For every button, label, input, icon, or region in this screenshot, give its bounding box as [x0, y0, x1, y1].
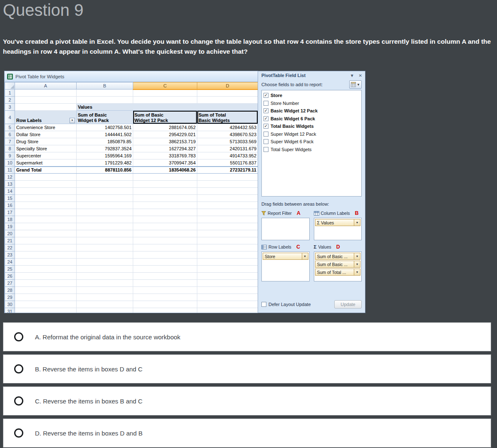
- empty-cell-B19[interactable]: [77, 223, 133, 230]
- pane-close-icon[interactable]: ✕: [359, 73, 362, 78]
- empty-cell-A18[interactable]: [15, 216, 77, 223]
- value-cell-D5[interactable]: 4284432.553: [197, 124, 258, 131]
- store-label-cell-A7[interactable]: Drug Store: [15, 138, 77, 145]
- field-checkbox[interactable]: ✓: [263, 116, 268, 121]
- empty-cell-D1[interactable]: [197, 90, 258, 97]
- empty-cell-D19[interactable]: [197, 223, 258, 230]
- empty-cell-B17[interactable]: [77, 209, 133, 216]
- area-box-values[interactable]: Sum of Basic ...▼Sum of Basic ...▼Sum of…: [314, 251, 362, 281]
- select-all-corner[interactable]: [5, 82, 15, 90]
- row-header-18[interactable]: 18: [5, 216, 15, 223]
- grand-total-value-cell-C[interactable]: 18354068.26: [133, 167, 197, 174]
- row-header-12[interactable]: 12: [5, 174, 15, 181]
- empty-cell-B13[interactable]: [77, 181, 133, 188]
- empty-cell-C16[interactable]: [133, 202, 197, 209]
- empty-cell-A19[interactable]: [15, 223, 77, 230]
- row-header-13[interactable]: 13: [5, 181, 15, 188]
- value-cell-B9[interactable]: 1595964.169: [77, 152, 133, 159]
- header-cell-D4[interactable]: Sum of Total Basic Widgets: [197, 111, 258, 124]
- store-label-cell-A10[interactable]: Supermarket: [15, 159, 77, 167]
- values-header-cell[interactable]: Values: [77, 104, 258, 111]
- empty-cell-C26[interactable]: [133, 273, 197, 280]
- answer-option-D[interactable]: D. Reverse the items in boxes D and B: [3, 418, 491, 448]
- empty-cell-A20[interactable]: [15, 230, 77, 237]
- row-header-31[interactable]: 31: [5, 308, 15, 314]
- empty-cell-C17[interactable]: [133, 209, 197, 216]
- field-list-view-button[interactable]: ▼: [349, 80, 362, 89]
- field-item[interactable]: Super Widget 6 Pack: [263, 138, 360, 146]
- column-header-B[interactable]: B: [77, 82, 133, 90]
- empty-cell-B26[interactable]: [77, 273, 133, 280]
- field-pill[interactable]: Sum of Basic ...▼: [315, 253, 361, 260]
- row-labels-filter-dropdown-icon[interactable]: ▼: [70, 118, 75, 123]
- area-box-column-labels[interactable]: Σ Values▼: [314, 218, 362, 240]
- value-cell-C8[interactable]: 1627294.327: [133, 145, 197, 152]
- empty-cell-A2[interactable]: [15, 97, 77, 104]
- empty-cell-C2[interactable]: [133, 97, 197, 104]
- empty-cell-D21[interactable]: [197, 237, 258, 244]
- empty-cell-D27[interactable]: [197, 280, 258, 287]
- row-header-3[interactable]: 3: [5, 104, 15, 111]
- empty-cell-A15[interactable]: [15, 195, 77, 202]
- empty-cell-B30[interactable]: [77, 301, 133, 308]
- empty-cell-D16[interactable]: [197, 202, 258, 209]
- field-checkbox[interactable]: [263, 132, 268, 137]
- empty-cell-C24[interactable]: [133, 259, 197, 266]
- radio-button-C[interactable]: [14, 396, 23, 406]
- value-cell-D9[interactable]: 4914733.952: [197, 152, 258, 159]
- empty-cell-C14[interactable]: [133, 188, 197, 195]
- empty-cell-D17[interactable]: [197, 209, 258, 216]
- empty-cell-B23[interactable]: [77, 251, 133, 259]
- row-header-24[interactable]: 24: [5, 259, 15, 266]
- empty-cell-D26[interactable]: [197, 273, 258, 280]
- grand-total-label-cell[interactable]: Grand Total: [15, 167, 77, 174]
- empty-cell-D24[interactable]: [197, 259, 258, 266]
- row-header-7[interactable]: 7: [5, 138, 15, 145]
- empty-cell-C12[interactable]: [133, 174, 197, 181]
- value-cell-B8[interactable]: 792837.3524: [77, 145, 133, 152]
- empty-cell-D25[interactable]: [197, 266, 258, 273]
- radio-button-B[interactable]: [14, 364, 23, 373]
- row-header-17[interactable]: 17: [5, 209, 15, 216]
- empty-cell-A28[interactable]: [15, 287, 77, 294]
- field-checkbox[interactable]: [263, 147, 268, 152]
- empty-cell-B25[interactable]: [77, 266, 133, 273]
- empty-cell-A12[interactable]: [15, 174, 77, 181]
- empty-cell-B22[interactable]: [77, 244, 133, 251]
- pill-dropdown-icon[interactable]: ▼: [354, 261, 360, 267]
- value-cell-D10[interactable]: 5501176.837: [197, 159, 258, 167]
- row-header-5[interactable]: 5: [5, 124, 15, 131]
- empty-cell-C22[interactable]: [133, 244, 197, 251]
- row-header-29[interactable]: 29: [5, 294, 15, 301]
- empty-cell-D2[interactable]: [197, 97, 258, 104]
- value-cell-C7[interactable]: 3862153.719: [133, 138, 197, 145]
- empty-cell-C27[interactable]: [133, 280, 197, 287]
- row-header-19[interactable]: 19: [5, 223, 15, 230]
- field-item[interactable]: Super Widget 12 Pack: [263, 130, 360, 138]
- row-header-20[interactable]: 20: [5, 230, 15, 237]
- row-header-11[interactable]: 11: [5, 167, 15, 174]
- column-header-A[interactable]: A: [15, 82, 77, 90]
- value-cell-C9[interactable]: 3318769.783: [133, 152, 197, 159]
- value-cell-C5[interactable]: 2881674.052: [133, 124, 197, 131]
- defer-checkbox[interactable]: [261, 302, 266, 307]
- empty-cell-C23[interactable]: [133, 251, 197, 259]
- empty-cell-C1[interactable]: [133, 90, 197, 97]
- empty-cell-C20[interactable]: [133, 230, 197, 237]
- pane-chevron-down-icon[interactable]: ▼: [350, 73, 354, 78]
- empty-cell-D15[interactable]: [197, 195, 258, 202]
- row-header-27[interactable]: 27: [5, 280, 15, 287]
- row-header-28[interactable]: 28: [5, 287, 15, 294]
- empty-cell-B2[interactable]: [77, 97, 133, 104]
- field-pill[interactable]: Sum of Basic ...▼: [315, 261, 361, 268]
- empty-cell-A24[interactable]: [15, 259, 77, 266]
- row-header-30[interactable]: 30: [5, 301, 15, 308]
- field-item[interactable]: Total Super Widgets: [263, 146, 360, 154]
- field-item[interactable]: ✓Store: [263, 92, 360, 100]
- row-header-14[interactable]: 14: [5, 188, 15, 195]
- empty-cell-B20[interactable]: [77, 230, 133, 237]
- empty-cell-B14[interactable]: [77, 188, 133, 195]
- pill-dropdown-icon[interactable]: ▼: [302, 253, 308, 259]
- row-header-9[interactable]: 9: [5, 152, 15, 159]
- empty-cell-D20[interactable]: [197, 230, 258, 237]
